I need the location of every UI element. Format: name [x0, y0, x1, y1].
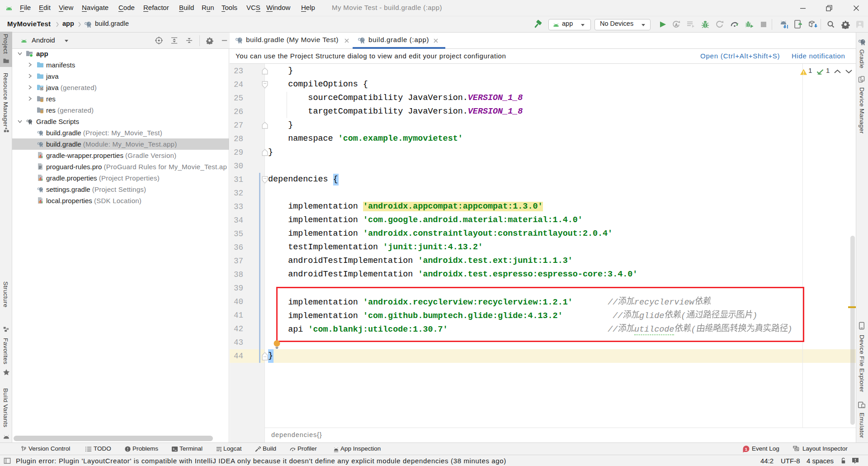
svg-text:1: 1 — [745, 447, 748, 452]
